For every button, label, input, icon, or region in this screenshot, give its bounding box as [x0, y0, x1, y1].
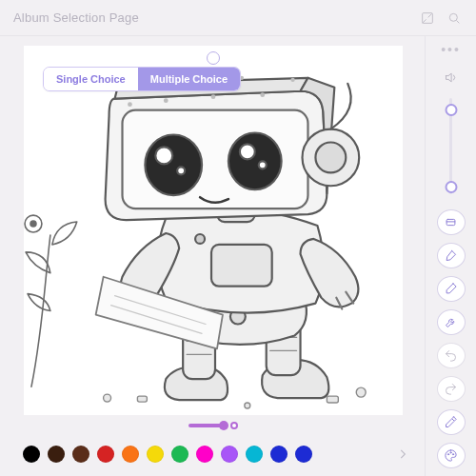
- app-root: Album Selection Page Single Choice Multi…: [0, 0, 476, 476]
- palette-next-icon[interactable]: [392, 444, 413, 465]
- canvas-wrap: Single Choice Multiple Choice: [6, 46, 421, 409]
- svg-point-3: [30, 221, 36, 227]
- svg-point-18: [315, 142, 346, 172]
- expand-icon[interactable]: [419, 10, 436, 27]
- svg-point-1: [449, 13, 457, 21]
- svg-point-34: [450, 452, 451, 453]
- color-swatch-5[interactable]: [147, 446, 164, 463]
- brush-size-slider[interactable]: [6, 413, 421, 438]
- page-title: Album Selection Page: [13, 10, 409, 25]
- svg-point-20: [164, 98, 169, 103]
- brush-icon[interactable]: [437, 243, 466, 268]
- color-palette: [6, 438, 421, 470]
- color-swatch-2[interactable]: [72, 446, 89, 463]
- svg-rect-7: [211, 245, 272, 287]
- search-icon[interactable]: [446, 10, 463, 27]
- rotate-handle[interactable]: [207, 51, 220, 65]
- svg-point-21: [211, 94, 216, 99]
- svg-point-29: [245, 403, 250, 408]
- choice-toggle: Single Choice Multiple Choice: [43, 67, 241, 91]
- svg-point-12: [228, 133, 282, 190]
- palette-icon[interactable]: [437, 443, 466, 468]
- svg-point-16: [259, 161, 267, 169]
- eraser-rect-icon[interactable]: [437, 209, 466, 235]
- opacity-thumb-bottom[interactable]: [445, 181, 457, 193]
- main-column: Single Choice Multiple Choice: [0, 36, 425, 476]
- svg-point-31: [356, 387, 366, 397]
- svg-point-19: [128, 102, 132, 107]
- opacity-thumb-top[interactable]: [445, 104, 457, 116]
- eyedropper-icon[interactable]: [437, 409, 466, 435]
- svg-rect-30: [327, 396, 338, 403]
- redo-icon[interactable]: [437, 376, 466, 402]
- speaker-icon[interactable]: [437, 66, 466, 91]
- svg-point-8: [195, 234, 205, 244]
- color-swatch-8[interactable]: [221, 446, 238, 463]
- color-swatch-0[interactable]: [23, 446, 40, 463]
- svg-point-33: [447, 454, 448, 455]
- svg-point-26: [290, 78, 294, 82]
- svg-point-14: [177, 167, 185, 174]
- color-swatch-11[interactable]: [295, 446, 312, 463]
- svg-point-11: [145, 135, 202, 196]
- body: Single Choice Multiple Choice: [0, 36, 476, 476]
- svg-point-27: [104, 394, 111, 402]
- robot-illustration: [24, 46, 403, 415]
- right-toolbar: •••: [425, 36, 476, 476]
- multiple-choice-button[interactable]: Multiple Choice: [138, 68, 240, 90]
- color-swatch-7[interactable]: [196, 446, 213, 463]
- header: Album Selection Page: [0, 0, 476, 36]
- color-swatch-9[interactable]: [246, 446, 263, 463]
- brush-max-dot: [230, 422, 238, 429]
- color-swatch-3[interactable]: [97, 446, 114, 463]
- svg-point-35: [452, 454, 453, 455]
- single-choice-button[interactable]: Single Choice: [44, 68, 138, 90]
- brush-track[interactable]: [188, 424, 225, 427]
- canvas[interactable]: Single Choice Multiple Choice: [24, 46, 403, 415]
- svg-point-22: [260, 92, 265, 97]
- svg-rect-32: [446, 219, 455, 225]
- color-swatch-6[interactable]: [171, 446, 188, 463]
- wrench-icon[interactable]: [437, 309, 466, 335]
- brush-thumb[interactable]: [219, 421, 228, 430]
- eraser-icon[interactable]: [437, 276, 466, 302]
- color-swatch-10[interactable]: [270, 446, 288, 463]
- more-icon[interactable]: •••: [441, 46, 461, 58]
- svg-rect-28: [137, 396, 147, 402]
- svg-point-13: [155, 147, 172, 164]
- color-swatch-1[interactable]: [48, 446, 65, 463]
- opacity-slider[interactable]: [442, 98, 461, 193]
- color-swatch-4[interactable]: [122, 446, 139, 463]
- undo-icon[interactable]: [437, 343, 466, 368]
- svg-point-15: [240, 144, 255, 159]
